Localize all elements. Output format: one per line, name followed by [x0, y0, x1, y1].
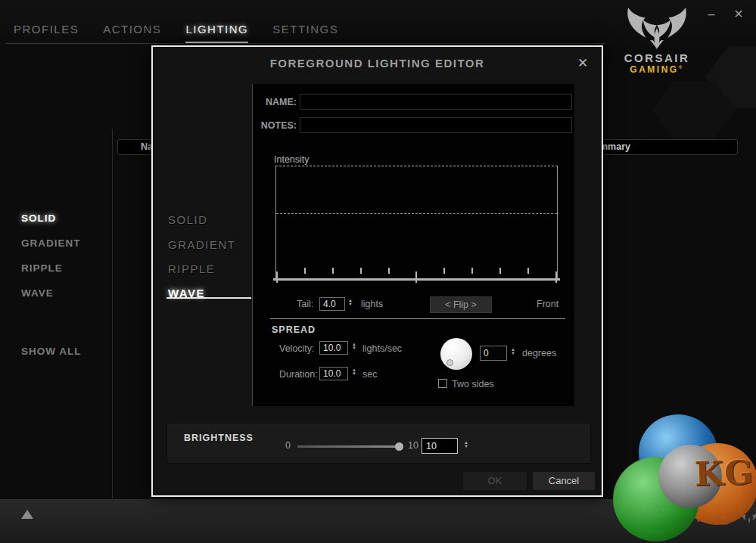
velocity-unit-label: lights/sec: [362, 343, 402, 354]
tail-stepper[interactable]: ▲▼: [348, 299, 353, 306]
scroll-up-icon[interactable]: [21, 510, 33, 519]
brightness-input[interactable]: [422, 438, 458, 454]
name-input[interactable]: [300, 94, 572, 110]
brightness-slider[interactable]: [297, 445, 400, 448]
tail-label: Tail:: [297, 299, 313, 309]
foreground-lighting-editor-dialog: FOREGROUND LIGHTING EDITOR ✕ SOLID GRADI…: [151, 45, 603, 497]
sidebar-item-gradient[interactable]: GRADIENT: [21, 237, 81, 249]
graph-ticks: [276, 268, 557, 279]
brightness-min-label: 0: [285, 440, 291, 451]
direction-knob[interactable]: [440, 338, 472, 370]
dialog-tab-gradient[interactable]: GRADIENT: [168, 238, 236, 251]
dialog-tab-ripple[interactable]: RIPPLE: [168, 262, 215, 275]
nav-tab-profiles[interactable]: PROFILES: [14, 23, 79, 43]
degrees-unit-label: degrees: [522, 348, 556, 358]
facebook-icon[interactable]: f: [696, 510, 701, 526]
tail-unit-label: lights: [361, 299, 383, 309]
duration-unit-label: sec: [362, 369, 377, 380]
footer-bar: User Manual Forum f: [0, 499, 756, 543]
intensity-graph[interactable]: [275, 166, 558, 281]
sidebar-item-wave[interactable]: WAVE: [21, 287, 54, 299]
nav-tab-settings[interactable]: SETTINGS: [272, 23, 338, 43]
duration-label: Duration:: [279, 369, 318, 380]
dialog-tab-solid[interactable]: SOLID: [168, 213, 208, 226]
graph-midline: [276, 213, 557, 214]
notes-input[interactable]: [300, 117, 572, 133]
twitter-icon[interactable]: [717, 513, 734, 529]
dialog-close-icon[interactable]: ✕: [574, 55, 591, 72]
notes-label: NOTES:: [257, 120, 297, 131]
close-button[interactable]: ✕: [730, 6, 747, 23]
corsair-logo: CORSAIR GAMING®: [619, 8, 695, 75]
nav-divider: [6, 43, 605, 44]
degrees-input[interactable]: [480, 346, 507, 361]
brightness-stepper[interactable]: ▲▼: [464, 441, 468, 448]
ok-button[interactable]: OK: [463, 472, 527, 490]
two-sides-checkbox[interactable]: [438, 379, 447, 388]
front-label: Front: [537, 299, 558, 309]
logo-gaming-text: GAMING®: [619, 64, 695, 75]
spread-divider: [270, 318, 565, 319]
user-manual-link[interactable]: User Manual: [638, 505, 694, 517]
flip-button[interactable]: < Flip >: [430, 296, 492, 313]
two-sides-label: Two sides: [452, 379, 494, 389]
nav-tab-actions[interactable]: ACTIONS: [103, 23, 161, 43]
sidebar-item-ripple[interactable]: RIPPLE: [21, 262, 63, 274]
wave-settings-panel: NAME: NOTES: Intensity Tail: ▲▼ lights <…: [252, 84, 574, 406]
spread-title: SPREAD: [272, 324, 316, 335]
sidebar-item-solid[interactable]: SOLID: [21, 213, 56, 224]
nav-tab-lighting[interactable]: LIGHTING: [185, 23, 248, 43]
logo-corsair-text: CORSAIR: [619, 51, 695, 64]
sidebar-divider: [112, 129, 113, 499]
forum-link[interactable]: Forum: [638, 526, 667, 538]
duration-input[interactable]: [319, 367, 348, 380]
active-tab-underline: [166, 297, 251, 299]
velocity-label: Velocity:: [279, 343, 315, 354]
brightness-title: BRIGHTNESS: [184, 433, 254, 443]
knob-indicator: [446, 359, 453, 366]
intensity-axis-label: Intensity: [274, 154, 310, 165]
sidebar-item-show-all[interactable]: SHOW ALL: [21, 346, 82, 357]
brightness-max-label: 10: [408, 440, 418, 451]
cancel-button[interactable]: Cancel: [533, 472, 595, 490]
brightness-panel: BRIGHTNESS 0 10 ▲▼: [166, 423, 591, 464]
velocity-input[interactable]: [319, 341, 348, 355]
minimize-button[interactable]: –: [703, 6, 720, 23]
graph-x-axis: [273, 278, 560, 281]
app-window: PROFILES ACTIONS LIGHTING SETTINGS – ✕: [0, 0, 756, 543]
dialog-title: FOREGROUND LIGHTING EDITOR: [153, 57, 602, 70]
main-nav: PROFILES ACTIONS LIGHTING SETTINGS: [14, 23, 338, 43]
corsair-sails-icon: [619, 8, 695, 50]
corsair-mini-icon[interactable]: [740, 511, 756, 528]
brightness-slider-handle[interactable]: [395, 442, 403, 451]
degrees-stepper[interactable]: ▲▼: [511, 348, 515, 355]
duration-stepper[interactable]: ▲▼: [352, 368, 356, 376]
window-controls: – ✕: [703, 6, 747, 23]
velocity-stepper[interactable]: ▲▼: [352, 343, 356, 350]
tail-input[interactable]: [319, 297, 345, 311]
name-label: NAME:: [257, 97, 297, 107]
